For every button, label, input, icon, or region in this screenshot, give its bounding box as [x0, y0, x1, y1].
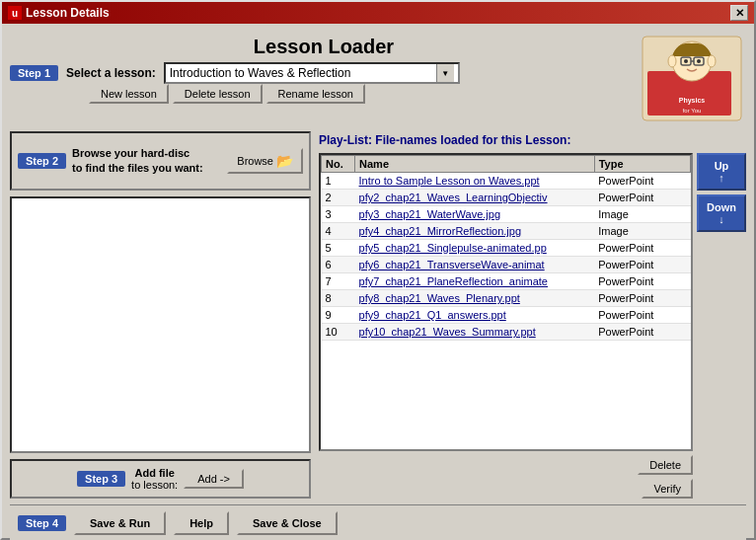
table-row[interactable]: 4pfy4_chap21_MirrorReflection.jpgImage	[322, 223, 691, 240]
cell-no: 3	[322, 206, 355, 223]
cell-no: 7	[322, 273, 355, 290]
svg-point-8	[684, 59, 688, 63]
col-type-header: Type	[594, 156, 690, 173]
browse-label: Browse	[237, 155, 273, 167]
cell-no: 5	[322, 240, 355, 257]
cell-name: pfy8_chap21_Waves_Plenary.ppt	[355, 290, 595, 307]
col-no-header: No.	[322, 156, 355, 173]
selected-lesson-text: Introduction to Waves & Reflection	[170, 66, 436, 80]
step2-badge: Step 2	[18, 153, 66, 169]
svg-point-10	[668, 55, 676, 67]
save-close-button[interactable]: Save & Close	[237, 511, 338, 535]
save-run-button[interactable]: Save & Run	[74, 511, 166, 535]
folder-icon: 📂	[276, 153, 293, 169]
up-arrow-icon: ↑	[718, 172, 724, 184]
title-row: Lesson Loader Step 1 Select a lesson: In…	[10, 32, 746, 125]
cell-name: pfy6_chap21_TransverseWave-animat	[355, 257, 595, 273]
cell-name: pfy9_chap21_Q1_answers.ppt	[355, 307, 595, 324]
cell-no: 10	[322, 324, 355, 341]
delete-lesson-button[interactable]: Delete lesson	[173, 84, 263, 104]
app-icon: u	[8, 6, 22, 20]
step2-box: Step 2 Browse your hard-disc to find the…	[10, 131, 311, 191]
close-button[interactable]: ✕	[730, 5, 748, 21]
table-row[interactable]: 5pfy5_chap21_Singlepulse-animated.ppPowe…	[322, 240, 691, 257]
lesson-buttons-row: New lesson Delete lesson Rename lesson	[10, 84, 638, 104]
lesson-select-box[interactable]: Introduction to Waves & Reflection ▼	[164, 62, 460, 84]
main-area: Step 2 Browse your hard-disc to find the…	[10, 131, 746, 499]
down-button[interactable]: Down ↓	[697, 194, 746, 232]
left-panel: Step 2 Browse your hard-disc to find the…	[10, 131, 311, 499]
table-row[interactable]: 6pfy6_chap21_TransverseWave-animatPowerP…	[322, 257, 691, 273]
help-button[interactable]: Help	[174, 511, 229, 535]
cell-type: PowerPoint	[594, 307, 690, 324]
window-title: Lesson Details	[26, 6, 110, 20]
playlist-header: Play-List: File-names loaded for this Le…	[319, 131, 746, 149]
cell-name: pfy3_chap21_WaterWave.jpg	[355, 206, 595, 223]
cell-name: pfy10_chap21_Waves_Summary.ppt	[355, 324, 595, 341]
table-row[interactable]: 2pfy2_chap21_Waves_LearningObjectivPower…	[322, 190, 691, 206]
cell-type: Image	[594, 223, 690, 240]
step1-section: Step 1 Select a lesson: Introduction to …	[10, 62, 638, 84]
table-row[interactable]: 7pfy7_chap21_PlaneReflection_animatePowe…	[322, 273, 691, 290]
right-panel: Play-List: File-names loaded for this Le…	[319, 131, 746, 499]
cell-no: 9	[322, 307, 355, 324]
cell-name: Intro to Sample Lesson on Waves.ppt	[355, 173, 595, 190]
step3-box: Step 3 Add file to lesson: Add ->	[10, 459, 311, 499]
title-bar: u Lesson Details ✕	[2, 2, 754, 24]
cell-name: pfy5_chap21_Singlepulse-animated.pp	[355, 240, 595, 257]
table-row[interactable]: 3pfy3_chap21_WaterWave.jpgImage	[322, 206, 691, 223]
cell-type: PowerPoint	[594, 290, 690, 307]
cell-type: PowerPoint	[594, 173, 690, 190]
rename-lesson-button[interactable]: Rename lesson	[266, 84, 365, 104]
svg-point-11	[708, 55, 716, 67]
bottom-bar: Step 4 Save & Run Help Save & Close	[10, 504, 746, 540]
step2-line2: to find the files you want:	[72, 162, 203, 174]
step1-badge: Step 1	[10, 65, 58, 81]
main-window: u Lesson Details ✕ Lesson Loader Step 1 …	[0, 0, 756, 540]
delete-verify-area: Delete Verify	[319, 451, 693, 499]
playlist-table-container: No. Name Type 1Intro to Sample Lesson on…	[319, 153, 693, 451]
up-button[interactable]: Up ↑	[697, 153, 746, 191]
step2-line1: Browse your hard-disc	[72, 147, 189, 159]
cell-type: PowerPoint	[594, 324, 690, 341]
dropdown-arrow[interactable]: ▼	[436, 64, 454, 82]
playlist-table: No. Name Type 1Intro to Sample Lesson on…	[321, 155, 691, 341]
step2-text: Browse your hard-disc to find the files …	[72, 146, 221, 177]
character-illustration: Physics for You	[638, 32, 746, 125]
add-button[interactable]: Add ->	[184, 469, 244, 489]
cell-type: PowerPoint	[594, 190, 690, 206]
down-arrow-icon: ↓	[718, 213, 724, 225]
playlist-main: No. Name Type 1Intro to Sample Lesson on…	[319, 153, 693, 499]
title-bar-left: u Lesson Details	[8, 6, 110, 20]
table-header-row: No. Name Type	[322, 156, 691, 173]
step3-title: Add file	[131, 467, 178, 479]
cell-no: 2	[322, 190, 355, 206]
file-display-area	[10, 196, 311, 453]
table-row[interactable]: 1Intro to Sample Lesson on Waves.pptPowe…	[322, 173, 691, 190]
delete-button[interactable]: Delete	[638, 455, 693, 475]
cell-no: 6	[322, 257, 355, 273]
content-area: Lesson Loader Step 1 Select a lesson: In…	[2, 24, 754, 540]
cell-name: pfy7_chap21_PlaneReflection_animate	[355, 273, 595, 290]
up-label: Up	[715, 160, 729, 172]
down-label: Down	[707, 201, 736, 213]
browse-button[interactable]: Browse 📂	[227, 148, 303, 174]
cell-type: PowerPoint	[594, 240, 690, 257]
table-row[interactable]: 9pfy9_chap21_Q1_answers.pptPowerPoint	[322, 307, 691, 324]
step3-badge: Step 3	[77, 471, 125, 487]
table-row[interactable]: 8pfy8_chap21_Waves_Plenary.pptPowerPoint	[322, 290, 691, 307]
svg-text:Physics: Physics	[679, 97, 706, 105]
svg-text:for You: for You	[683, 108, 702, 114]
page-title: Lesson Loader	[10, 32, 638, 62]
verify-button[interactable]: Verify	[642, 479, 693, 499]
step3-text: Add file to lesson:	[131, 467, 178, 491]
cell-type: PowerPoint	[594, 273, 690, 290]
new-lesson-button[interactable]: New lesson	[89, 84, 169, 104]
title-content: Lesson Loader Step 1 Select a lesson: In…	[10, 32, 638, 104]
step4-badge: Step 4	[18, 515, 66, 531]
step3-subtitle: to lesson:	[131, 479, 178, 491]
table-row[interactable]: 10pfy10_chap21_Waves_Summary.pptPowerPoi…	[322, 324, 691, 341]
cell-name: pfy2_chap21_Waves_LearningObjectiv	[355, 190, 595, 206]
cell-type: Image	[594, 206, 690, 223]
cell-type: PowerPoint	[594, 257, 690, 273]
